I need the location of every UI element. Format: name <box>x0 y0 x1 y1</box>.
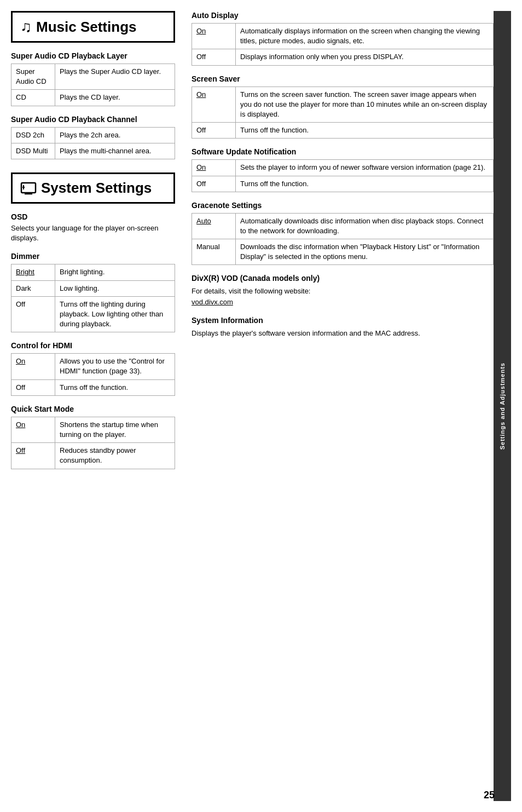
system-settings-title: System Settings <box>41 180 152 197</box>
software-update-title: Software Update Notification <box>192 147 494 156</box>
option-cell: On <box>192 24 236 49</box>
right-column: Auto Display On Automatically displays i… <box>186 11 494 801</box>
desc-cell: Turns on the screen saver function. The … <box>236 87 494 123</box>
screen-saver-title: Screen Saver <box>192 74 494 83</box>
desc-cell: Bright lighting. <box>55 264 175 280</box>
option-cell: CD <box>11 90 55 106</box>
table-row: On Turns on the screen saver function. T… <box>192 87 494 123</box>
control-hdmi-table: On Allows you to use the "Control for HD… <box>11 353 175 396</box>
table-row: On Sets the player to inform you of newe… <box>192 160 494 176</box>
left-column: ♫ Music Settings Super Audio CD Playback… <box>11 11 186 801</box>
table-row: Auto Automatically downloads disc inform… <box>192 213 494 239</box>
sidebar-tab-label: Settings and Adjustments <box>499 362 506 450</box>
dimmer-title: Dimmer <box>11 252 175 261</box>
option-cell: DSD 2ch <box>11 127 55 143</box>
music-settings-header: ♫ Music Settings <box>11 11 175 43</box>
system-icon <box>20 180 37 196</box>
desc-cell: Plays the Super Audio CD layer. <box>55 64 175 90</box>
gracenote-title: Gracenote Settings <box>192 201 494 210</box>
quick-start-title: Quick Start Mode <box>11 405 175 413</box>
desc-cell: Reduces standby power consumption. <box>55 443 175 469</box>
table-row: Manual Downloads the disc information wh… <box>192 239 494 265</box>
music-icon: ♫ <box>20 18 32 36</box>
desc-cell: Plays the 2ch area. <box>55 127 175 143</box>
option-cell: Off <box>11 296 55 332</box>
option-cell: Off <box>11 379 55 395</box>
page-number: 25 <box>484 790 495 801</box>
table-row: Off Turns off the function. <box>192 176 494 192</box>
dimmer-table: Bright Bright lighting. Dark Low lightin… <box>11 264 175 332</box>
system-information-title: System Information <box>192 316 494 325</box>
software-update-table: On Sets the player to inform you of newe… <box>192 159 494 192</box>
divx-link[interactable]: vod.divx.com <box>192 298 233 306</box>
super-audio-channel-table: DSD 2ch Plays the 2ch area. DSD Multi Pl… <box>11 127 175 159</box>
table-row: Super Audio CD Plays the Super Audio CD … <box>11 64 175 90</box>
desc-cell: Plays the multi-channel area. <box>55 143 175 159</box>
auto-display-title: Auto Display <box>192 11 494 20</box>
osd-title: OSD <box>11 212 175 221</box>
option-cell: Off <box>192 49 236 65</box>
option-cell: On <box>192 87 236 123</box>
super-audio-layer-table: Super Audio CD Plays the Super Audio CD … <box>11 64 175 106</box>
quick-start-table: On Shortens the startup time when turnin… <box>11 417 175 469</box>
option-cell: Off <box>192 123 236 139</box>
osd-section: OSD Selects your language for the player… <box>11 212 175 243</box>
table-row: Off Turns off the function. <box>11 379 175 395</box>
auto-display-table: On Automatically displays information on… <box>192 23 494 66</box>
desc-cell: Displays information only when you press… <box>236 49 494 65</box>
table-row: On Shortens the startup time when turnin… <box>11 417 175 442</box>
table-row: CD Plays the CD layer. <box>11 90 175 106</box>
table-row: DSD 2ch Plays the 2ch area. <box>11 127 175 143</box>
table-row: Off Turns off the lighting during playba… <box>11 296 175 332</box>
option-cell: On <box>11 417 55 442</box>
table-row: On Allows you to use the "Control for HD… <box>11 354 175 379</box>
divx-vod-title: DivX(R) VOD (Canada models only) <box>192 274 494 283</box>
option-cell: On <box>11 354 55 379</box>
option-cell: Auto <box>192 213 236 239</box>
option-cell: DSD Multi <box>11 143 55 159</box>
system-information-description: Displays the player's software version i… <box>192 328 494 339</box>
super-audio-layer-title: Super Audio CD Playback Layer <box>11 51 175 60</box>
desc-cell: Turns off the function. <box>236 123 494 139</box>
option-cell: Super Audio CD <box>11 64 55 90</box>
table-row: Dark Low lighting. <box>11 280 175 296</box>
option-cell: On <box>192 160 236 176</box>
option-cell: Bright <box>11 264 55 280</box>
option-cell: Off <box>11 443 55 469</box>
option-cell: Dark <box>11 280 55 296</box>
table-row: Bright Bright lighting. <box>11 264 175 280</box>
desc-cell: Turns off the function. <box>236 176 494 192</box>
gracenote-table: Auto Automatically downloads disc inform… <box>192 213 494 266</box>
super-audio-channel-title: Super Audio CD Playback Channel <box>11 115 175 124</box>
desc-cell: Low lighting. <box>55 280 175 296</box>
desc-cell: Turns off the function. <box>55 379 175 395</box>
music-settings-title: Music Settings <box>36 19 136 36</box>
desc-cell: Turns off the lighting during playback. … <box>55 296 175 332</box>
option-cell: Off <box>192 176 236 192</box>
system-settings-header: System Settings <box>11 172 175 204</box>
desc-cell: Sets the player to inform you of newer s… <box>236 160 494 176</box>
table-row: Off Reduces standby power consumption. <box>11 443 175 469</box>
osd-description: Selects your language for the player on-… <box>11 223 175 243</box>
desc-cell: Automatically downloads disc information… <box>236 213 494 239</box>
table-row: DSD Multi Plays the multi-channel area. <box>11 143 175 159</box>
divx-vod-description: For details, visit the following website… <box>192 286 494 307</box>
option-cell: Manual <box>192 239 236 265</box>
table-row: Off Turns off the function. <box>192 123 494 139</box>
table-row: Off Displays information only when you p… <box>192 49 494 65</box>
desc-cell: Shortens the startup time when turning o… <box>55 417 175 442</box>
control-hdmi-title: Control for HDMI <box>11 341 175 350</box>
desc-cell: Automatically displays information on th… <box>236 24 494 49</box>
sidebar-tab: Settings and Adjustments <box>494 11 511 801</box>
desc-cell: Allows you to use the "Control for HDMI"… <box>55 354 175 379</box>
table-row: On Automatically displays information on… <box>192 24 494 49</box>
screen-saver-table: On Turns on the screen saver function. T… <box>192 87 494 139</box>
desc-cell: Downloads the disc information when "Pla… <box>236 239 494 265</box>
desc-cell: Plays the CD layer. <box>55 90 175 106</box>
